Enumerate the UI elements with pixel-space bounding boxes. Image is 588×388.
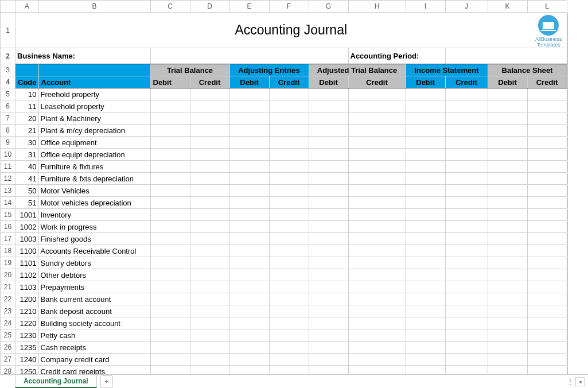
cell-value[interactable]: [488, 112, 527, 125]
cell-value[interactable]: [229, 354, 269, 366]
cell-value[interactable]: [527, 293, 567, 305]
cell-code[interactable]: 1220: [15, 317, 39, 329]
cell-value[interactable]: [309, 149, 348, 161]
col-header[interactable]: G: [309, 1, 348, 13]
cell-value[interactable]: [527, 233, 567, 245]
cell-value[interactable]: [406, 125, 445, 137]
col-header[interactable]: L: [527, 1, 567, 13]
cell-value[interactable]: [309, 366, 348, 375]
cell-account[interactable]: Other debtors: [38, 269, 150, 281]
cell-value[interactable]: [527, 221, 567, 233]
cell-value[interactable]: [229, 88, 269, 100]
header-code[interactable]: Code: [15, 76, 39, 88]
cell-value[interactable]: [269, 281, 309, 293]
cell-value[interactable]: [348, 281, 406, 293]
cell-value[interactable]: [150, 354, 190, 366]
col-header[interactable]: B: [38, 1, 150, 13]
cell-value[interactable]: [348, 317, 406, 329]
cell-value[interactable]: [309, 354, 348, 366]
cell-value[interactable]: [406, 245, 445, 257]
cell-value[interactable]: [445, 366, 488, 375]
cell-value[interactable]: [527, 209, 567, 221]
cell-value[interactable]: [150, 173, 190, 185]
col-header[interactable]: H: [348, 1, 406, 13]
cell-value[interactable]: [190, 305, 229, 317]
cell-value[interactable]: [488, 281, 527, 293]
cell-value[interactable]: [150, 245, 190, 257]
cell-value[interactable]: [309, 137, 348, 149]
header-debit[interactable]: Debit: [229, 76, 269, 88]
cell-value[interactable]: [406, 305, 445, 317]
cell-account[interactable]: Leasehold property: [38, 100, 150, 112]
col-header[interactable]: C: [150, 1, 190, 13]
cell-value[interactable]: [488, 293, 527, 305]
cell-value[interactable]: [150, 257, 190, 269]
cell-value[interactable]: [348, 149, 406, 161]
cell-code[interactable]: 1235: [15, 342, 39, 354]
cell-value[interactable]: [527, 88, 567, 100]
cell-value[interactable]: [527, 342, 567, 354]
cell-value[interactable]: [527, 137, 567, 149]
header-credit[interactable]: Credit: [269, 76, 309, 88]
cell-account[interactable]: Furniture & fixtures: [38, 161, 150, 173]
cell-value[interactable]: [527, 354, 567, 366]
accounting-period-label[interactable]: Accounting Period:: [348, 48, 445, 64]
cell-account[interactable]: Bank deposit account: [38, 305, 150, 317]
cell-value[interactable]: [269, 173, 309, 185]
cell-code[interactable]: 41: [15, 173, 39, 185]
cell-account[interactable]: Credit card receipts: [38, 366, 150, 375]
cell-value[interactable]: [406, 197, 445, 209]
cell-value[interactable]: [269, 366, 309, 375]
cell-value[interactable]: [406, 257, 445, 269]
accounting-period-input[interactable]: [445, 48, 567, 64]
cell-code[interactable]: 51: [15, 197, 39, 209]
row-header[interactable]: 9: [1, 137, 15, 149]
cell-value[interactable]: [190, 269, 229, 281]
cell-value[interactable]: [309, 112, 348, 125]
cell-value[interactable]: [190, 185, 229, 197]
row-header[interactable]: 12: [1, 173, 15, 185]
cell-value[interactable]: [190, 173, 229, 185]
cell-value[interactable]: [348, 197, 406, 209]
cell-value[interactable]: [150, 185, 190, 197]
cell-value[interactable]: [488, 197, 527, 209]
row-header[interactable]: 7: [1, 112, 15, 125]
cell-value[interactable]: [229, 112, 269, 125]
cell-code[interactable]: 1103: [15, 281, 39, 293]
cell-value[interactable]: [488, 354, 527, 366]
cell-value[interactable]: [488, 245, 527, 257]
cell-value[interactable]: [445, 342, 488, 354]
cell-value[interactable]: [229, 281, 269, 293]
cell-code[interactable]: 1230: [15, 329, 39, 342]
row-header[interactable]: 15: [1, 209, 15, 221]
sheet-tab-active[interactable]: Accounting Journal: [15, 375, 97, 388]
cell-value[interactable]: [309, 88, 348, 100]
cell-value[interactable]: [488, 209, 527, 221]
cell-value[interactable]: [445, 233, 488, 245]
cell-value[interactable]: [190, 112, 229, 125]
cell-value[interactable]: [406, 317, 445, 329]
row-header[interactable]: 6: [1, 100, 15, 112]
cell-account[interactable]: Accounts Receivable Control: [38, 245, 150, 257]
cell-value[interactable]: [269, 342, 309, 354]
cell-code[interactable]: 40: [15, 161, 39, 173]
cell-value[interactable]: [445, 161, 488, 173]
cell-value[interactable]: [269, 185, 309, 197]
cell-value[interactable]: [348, 112, 406, 125]
cell-value[interactable]: [309, 125, 348, 137]
row-header[interactable]: 11: [1, 161, 15, 173]
cell-value[interactable]: [348, 209, 406, 221]
section-trial-balance[interactable]: Trial Balance: [150, 64, 229, 76]
scroll-left-button[interactable]: ◄: [575, 377, 585, 386]
cell-value[interactable]: [445, 329, 488, 342]
cell-value[interactable]: [309, 161, 348, 173]
cell-value[interactable]: [190, 221, 229, 233]
cell-value[interactable]: [348, 125, 406, 137]
cell-value[interactable]: [229, 245, 269, 257]
cell-value[interactable]: [445, 281, 488, 293]
cell-value[interactable]: [269, 269, 309, 281]
section-adjusted-trial-balance[interactable]: Adjusted Trial Balance: [309, 64, 406, 76]
cell-value[interactable]: [406, 88, 445, 100]
cell-value[interactable]: [445, 185, 488, 197]
col-header[interactable]: D: [190, 1, 229, 13]
